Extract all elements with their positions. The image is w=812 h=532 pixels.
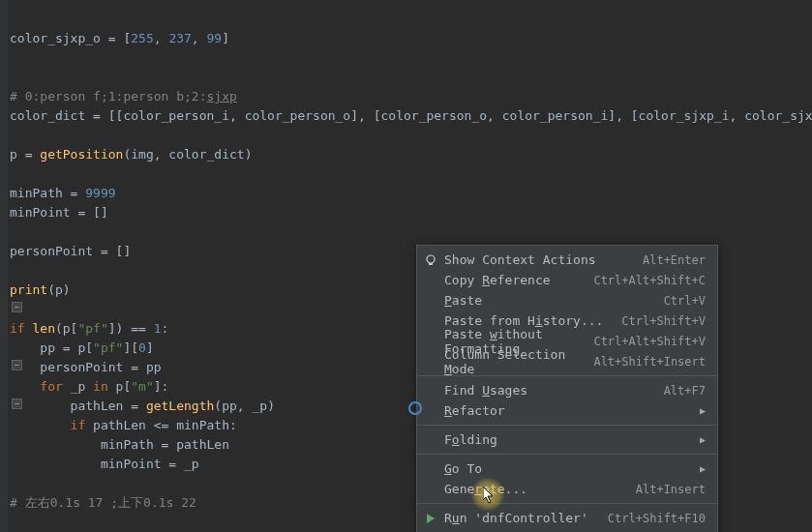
fold-marker[interactable]: − [12, 360, 22, 370]
menu-item[interactable]: Generate...Alt+Insert [417, 479, 717, 499]
fold-marker[interactable]: − [12, 399, 22, 409]
menu-item[interactable]: Debug 'dnfController' [417, 528, 717, 532]
menu-item[interactable]: Go To▶ [417, 458, 717, 479]
menu-item-label: Folding [444, 432, 700, 447]
menu-item-label: Column Selection Mode [444, 347, 593, 376]
menu-separator [417, 503, 717, 504]
fold-marker[interactable]: − [12, 302, 22, 312]
menu-shortcut: Ctrl+Alt+Shift+C [593, 274, 706, 287]
menu-item-label: Run 'dnfController' [444, 511, 608, 525]
context-menu: Show Context ActionsAlt+EnterCopy Refere… [416, 245, 718, 532]
empty-icon [423, 334, 438, 349]
empty-icon [423, 354, 438, 369]
menu-shortcut: Ctrl+Shift+F10 [608, 512, 706, 525]
menu-shortcut: Ctrl+Alt+Shift+V [593, 335, 706, 348]
menu-item-label: Copy Reference [444, 273, 593, 287]
menu-shortcut: Alt+Insert [636, 483, 706, 496]
empty-icon [423, 383, 438, 399]
menu-separator [417, 454, 717, 455]
menu-shortcut: Ctrl+Shift+V [621, 314, 706, 328]
menu-shortcut: Alt+Shift+Insert [593, 355, 706, 369]
menu-item[interactable]: Column Selection ModeAlt+Shift+Insert [417, 351, 717, 371]
submenu-arrow-icon: ▶ [700, 463, 706, 474]
empty-icon [423, 403, 438, 419]
menu-item-label: Find Usages [444, 383, 664, 398]
gutter [0, 0, 8, 532]
code-text: color_sjxp_o = [ [10, 31, 131, 45]
svg-rect-1 [429, 263, 433, 265]
menu-item-label: Show Context Actions [444, 252, 643, 267]
empty-icon [423, 273, 438, 288]
menu-item[interactable]: Show Context ActionsAlt+Enter [417, 250, 717, 270]
menu-item[interactable]: PasteCtrl+V [417, 290, 717, 310]
menu-item[interactable]: Refactor▶ [417, 400, 717, 421]
svg-point-0 [427, 255, 435, 263]
empty-icon [423, 461, 438, 477]
menu-item-label: Generate... [444, 482, 636, 496]
menu-item-label: Paste [444, 293, 664, 308]
submenu-arrow-icon: ▶ [700, 434, 706, 445]
bulb-icon [423, 252, 438, 268]
menu-item-label: Go To [444, 461, 700, 476]
menu-item-label: Refactor [444, 403, 700, 418]
menu-separator [417, 425, 717, 426]
empty-icon [423, 313, 438, 329]
empty-icon [423, 482, 438, 497]
menu-shortcut: Ctrl+V [664, 294, 706, 308]
menu-item[interactable]: Copy ReferenceCtrl+Alt+Shift+C [417, 270, 717, 290]
run-icon [423, 511, 438, 526]
empty-icon [423, 432, 438, 448]
menu-item[interactable]: Folding▶ [417, 429, 717, 450]
menu-shortcut: Alt+Enter [643, 253, 706, 267]
empty-icon [423, 293, 438, 309]
submenu-arrow-icon: ▶ [700, 405, 706, 416]
menu-shortcut: Alt+F7 [664, 384, 706, 398]
gutter-indicator-icon [408, 401, 422, 415]
menu-item[interactable]: Run 'dnfController'Ctrl+Shift+F10 [417, 508, 717, 528]
menu-item[interactable]: Find UsagesAlt+F7 [417, 380, 717, 400]
